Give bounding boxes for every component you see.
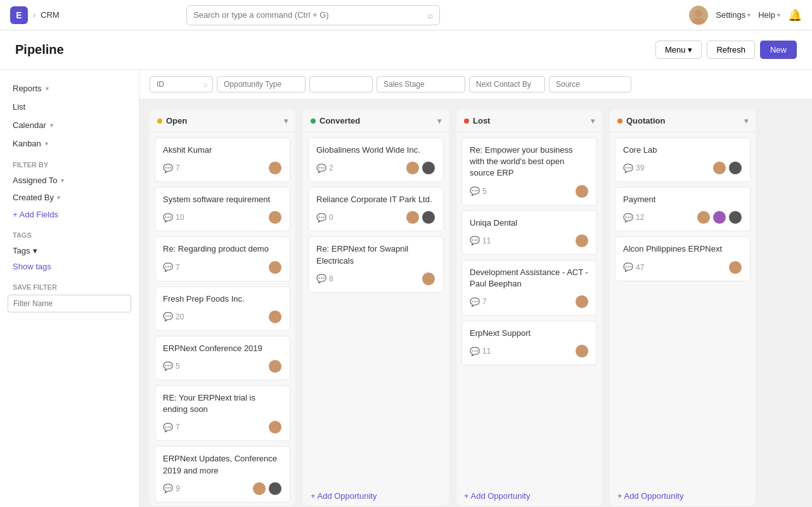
- card[interactable]: ERPNext Conference 2019 💬 5: [155, 336, 290, 380]
- card-avatars: [252, 482, 282, 496]
- comment-count: 0: [329, 213, 333, 222]
- menu-button[interactable]: Menu ▾: [655, 41, 702, 59]
- sidebar-item-list[interactable]: List: [8, 98, 131, 115]
- card[interactable]: System software requirement 💬 10: [155, 187, 290, 231]
- show-tags-link[interactable]: Show tags: [8, 259, 131, 274]
- sidebar: Reports ▾ List Calendar ▾ Kanban ▾ FILTE…: [0, 70, 139, 507]
- opportunity-type-filter[interactable]: [217, 76, 306, 93]
- id-search-icon: ⌕: [203, 80, 208, 89]
- card-comments: 💬 47: [623, 262, 644, 272]
- comment-icon: 💬: [470, 236, 480, 245]
- save-filter-section: SAVE FILTER: [13, 283, 126, 291]
- id-filter-wrap: ⌕: [150, 76, 213, 93]
- search-bar[interactable]: ⌕: [186, 5, 440, 25]
- sidebar-list-label: List: [13, 102, 25, 112]
- kanban-column-converted: Converted ▾ Globalinens World Wide Inc. …: [303, 110, 449, 506]
- card-footer: 💬 47: [623, 260, 742, 274]
- card-avatars: [268, 420, 282, 434]
- refresh-button[interactable]: Refresh: [707, 41, 755, 59]
- card-footer: 💬 7: [163, 420, 282, 434]
- tags-item[interactable]: Tags ▾: [8, 243, 131, 259]
- card[interactable]: Globalinens World Wide Inc. 💬 2: [308, 138, 444, 182]
- card-footer: 💬 7: [470, 295, 589, 309]
- source-filter[interactable]: [549, 76, 631, 93]
- column-chevron-open[interactable]: ▾: [284, 117, 288, 125]
- card[interactable]: Re: Regarding product demo 💬 7: [155, 236, 290, 281]
- help-arrow: ▾: [777, 11, 780, 18]
- reports-arrow-icon: ▾: [46, 85, 49, 92]
- card-comments: 💬 8: [316, 274, 333, 283]
- card[interactable]: Core Lab 💬 39: [615, 138, 751, 182]
- column-title-lost: Lost: [473, 116, 490, 125]
- comment-count: 11: [482, 347, 491, 356]
- card[interactable]: Payment 💬 12: [615, 187, 751, 231]
- card[interactable]: Uniqa Dental 💬 11: [461, 210, 597, 255]
- sidebar-item-kanban[interactable]: Kanban ▾: [8, 135, 131, 152]
- sidebar-item-calendar[interactable]: Calendar ▾: [8, 117, 131, 134]
- comment-icon: 💬: [163, 262, 173, 272]
- kanban-board: Open ▾ Akshit Kumar 💬 7 System software …: [139, 99, 812, 507]
- card[interactable]: Akshit Kumar 💬 7: [155, 138, 290, 182]
- filter-name-input[interactable]: [8, 295, 131, 312]
- avatar[interactable]: [689, 6, 708, 25]
- comment-icon: 💬: [316, 164, 326, 173]
- card-footer: 💬 10: [163, 210, 282, 224]
- card-footer: 💬 11: [470, 344, 589, 358]
- card[interactable]: ERPNext Updates, Conference 2019 and mor…: [155, 446, 290, 502]
- field3-filter[interactable]: [309, 76, 373, 93]
- add-fields-button[interactable]: + Add Fields: [8, 207, 131, 222]
- sales-stage-filter[interactable]: [377, 76, 465, 93]
- card-title: RE: Your ERPNext trial is ending soon: [163, 392, 282, 415]
- comment-count: 11: [482, 236, 491, 245]
- card-footer: 💬 7: [163, 260, 282, 274]
- main-layout: Reports ▾ List Calendar ▾ Kanban ▾ FILTE…: [0, 70, 812, 507]
- card[interactable]: Reliance Corporate IT Park Ltd. 💬 0: [308, 187, 444, 231]
- settings-arrow: ▾: [747, 11, 751, 18]
- comment-count: 9: [176, 484, 180, 493]
- notification-bell-icon[interactable]: 🔔: [788, 8, 802, 22]
- kanban-arrow-icon: ▾: [45, 140, 48, 147]
- status-dot-open: [157, 119, 162, 124]
- add-opportunity-lost[interactable]: + Add Opportunity: [456, 486, 602, 506]
- card-avatar: [268, 310, 282, 324]
- column-chevron-lost[interactable]: ▾: [591, 117, 595, 125]
- card-avatars: [728, 260, 742, 274]
- column-chevron-quotation[interactable]: ▾: [744, 117, 748, 125]
- card-footer: 💬 20: [163, 310, 282, 324]
- next-contact-filter[interactable]: [469, 76, 545, 93]
- card-avatar: [728, 260, 742, 274]
- status-dot-quotation: [617, 119, 622, 124]
- column-chevron-converted[interactable]: ▾: [437, 117, 441, 125]
- help-link[interactable]: Help ▾: [758, 10, 780, 20]
- filter-created-by[interactable]: Created By ▾: [8, 189, 131, 205]
- card-avatar: [422, 272, 435, 286]
- card-comments: 💬 0: [316, 213, 333, 222]
- column-title-open: Open: [166, 116, 187, 125]
- card-avatar: [268, 260, 282, 274]
- search-input[interactable]: [193, 10, 428, 20]
- app-icon[interactable]: E: [10, 6, 28, 24]
- cards-container-lost: Re: Empower your business with the world…: [456, 132, 602, 486]
- header-actions: Menu ▾ Refresh New: [655, 41, 797, 59]
- add-opportunity-converted[interactable]: + Add Opportunity: [303, 486, 449, 506]
- card[interactable]: Fresh Prep Foods Inc. 💬 20: [155, 286, 290, 331]
- card[interactable]: Alcon Philippines ERPNext 💬 47: [615, 236, 751, 281]
- card[interactable]: RE: Your ERPNext trial is ending soon 💬 …: [155, 385, 290, 441]
- comment-icon: 💬: [623, 262, 633, 272]
- kanban-column-quotation: Quotation ▾ Core Lab 💬 39 Payment 💬 12: [610, 110, 756, 506]
- card-avatars: [712, 161, 742, 175]
- card[interactable]: Development Assistance - ACT - Paul Beep…: [461, 260, 597, 316]
- comment-icon: 💬: [163, 423, 173, 432]
- settings-link[interactable]: Settings ▾: [716, 10, 751, 20]
- filter-assigned-to[interactable]: Assigned To ▾: [8, 172, 131, 188]
- new-button[interactable]: New: [760, 41, 797, 59]
- card[interactable]: ErpNext Support 💬 11: [461, 321, 597, 365]
- card-avatar: [697, 210, 711, 224]
- nav-chevron: ›: [33, 11, 35, 20]
- card[interactable]: Re: ERPNext for Swapnil Electricals 💬 8: [308, 236, 444, 292]
- card[interactable]: Re: Empower your business with the world…: [461, 138, 597, 205]
- sidebar-item-reports[interactable]: Reports ▾: [8, 80, 131, 97]
- add-opportunity-quotation[interactable]: + Add Opportunity: [610, 486, 756, 506]
- card-title: Reliance Corporate IT Park Ltd.: [316, 194, 435, 205]
- card-avatar: [728, 210, 742, 224]
